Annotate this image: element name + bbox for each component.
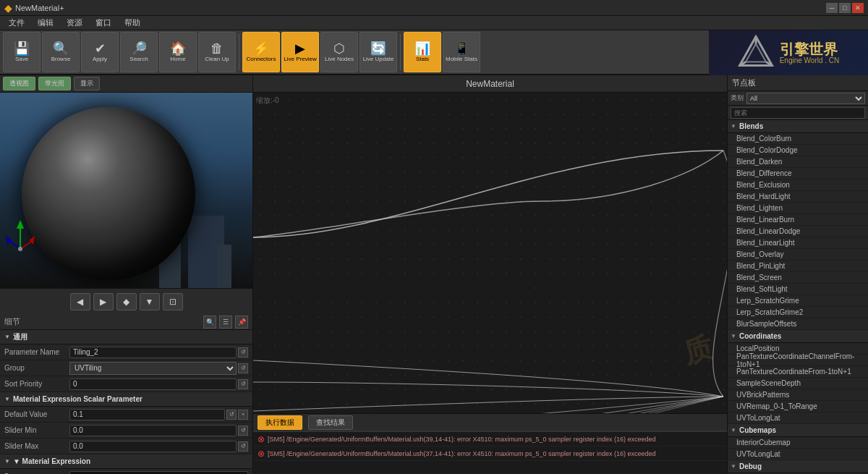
liveupdate-label: Live Update [363,56,394,63]
category-debug[interactable]: ▼ Debug [728,460,868,473]
category-blends[interactable]: ▼ Blends [728,120,868,133]
menu-edit[interactable]: 编辑 [32,16,59,30]
node-uvtolonglat[interactable]: UVToLongLat [728,412,868,424]
node-interiorcubemap[interactable]: InteriorCubemap [728,437,868,449]
close-button[interactable]: ✕ [852,3,864,13]
node-blend-colorburn[interactable]: Blend_ColorBurn [728,133,868,145]
node-blursampleoffsets[interactable]: BlurSampleOffsets [728,318,868,330]
svg-marker-6 [17,220,24,229]
node-pantexture-n1[interactable]: PanTextureCoordinateFrom-1toN+1 [728,366,868,378]
prev-ctrl-1[interactable]: ◀ [70,293,90,310]
minimize-button[interactable]: ─ [826,3,838,13]
prev-ctrl-5[interactable]: ⊡ [163,293,183,310]
prev-ctrl-2[interactable]: ▶ [93,293,114,310]
general-section-header[interactable]: ▼ 通用 [0,330,252,344]
search-label: Search [129,56,148,63]
node-blend-softlight[interactable]: Blend_SoftLight [728,284,868,295]
menu-file[interactable]: 文件 [3,16,30,30]
prev-ctrl-3[interactable]: ◆ [116,293,137,310]
livepreview-label: Live Preview [284,56,316,63]
node-lerp-scratchgrime[interactable]: Lerp_ScratchGrime [728,295,868,307]
lit-button[interactable]: 带光照 [38,77,71,90]
node-editor-bottom: 执行数据 查找结果 [253,413,727,431]
menu-assets[interactable]: 资源 [61,16,88,30]
category-cubemaps[interactable]: ▼ Cubemaps [728,424,868,437]
properties-pin-btn[interactable]: 📌 [235,316,248,329]
default-value-input[interactable] [69,409,225,420]
search-button[interactable]: 🔎 Search [120,32,158,72]
livepreview-button[interactable]: ▶ Live Preview [281,32,319,72]
group-select[interactable]: UVTiling [69,362,237,375]
coordinates-arrow: ▼ [731,333,736,339]
parameter-name-input[interactable] [69,347,237,358]
cleanup-button[interactable]: 🗑 Clean Up [198,32,236,72]
node-lerp-scratchgrime2[interactable]: Lerp_ScratchGrime2 [728,307,868,318]
node-blend-colordodge[interactable]: Blend_ColorDodge [728,145,868,156]
perspective-button[interactable]: 透视图 [3,77,35,90]
node-blend-screen[interactable]: Blend_Screen [728,272,868,284]
slider-max-reset[interactable]: ↺ [238,441,248,452]
slider-max-input[interactable] [69,441,237,452]
desc-input[interactable] [69,471,248,475]
node-blend-lighten[interactable]: Blend_Lighten [728,203,868,214]
properties-options-btn[interactable]: ☰ [219,316,232,329]
node-samplescenedepth[interactable]: SampleSceneDepth [728,378,868,389]
prev-ctrl-4[interactable]: ▼ [140,293,160,310]
cleanup-icon: 🗑 [210,42,224,55]
properties-search-btn[interactable]: 🔍 [203,316,216,329]
slider-min-input[interactable] [69,425,237,436]
node-editor-canvas[interactable]: 缩放:-0 质 [253,93,727,413]
parameter-name-reset[interactable]: ↺ [238,347,248,357]
sphere-preview [0,93,252,288]
node-pantexture-from-n1[interactable]: PanTextureCoordinateChannelFrom-1toN+1 [728,355,868,366]
node-blend-linearlight[interactable]: Blend_LinearLight [728,237,868,249]
connectors-label: Connectors [247,56,276,63]
debug-label: Debug [739,462,762,470]
browse-button[interactable]: 🔍 Browse [42,32,80,72]
livenodes-button[interactable]: ⬡ Live Nodes [320,32,358,72]
default-value-extra[interactable]: + [238,410,248,420]
execute-data-button[interactable]: 执行数据 [258,415,302,430]
node-blend-darken[interactable]: Blend_Darken [728,156,868,168]
category-select[interactable]: All [746,93,865,104]
search-input[interactable] [731,107,865,119]
stats-button[interactable]: 📊 Stats [404,32,441,72]
maximize-button[interactable]: □ [839,3,851,13]
material-expr-section-header[interactable]: ▼ ▼ Material Expression [0,454,252,469]
node-blend-pinlight[interactable]: Blend_PinLight [728,261,868,272]
node-blend-overlay[interactable]: Blend_Overlay [728,249,868,261]
node-blend-exclusion[interactable]: Blend_Exclusion [728,179,868,191]
error-icon-2: ⊗ [258,449,265,459]
properties-header: 细节 🔍 ☰ 📌 [0,314,252,330]
material-expression-section-header[interactable]: ▼ Material Expression Scalar Parameter [0,392,252,407]
show-button[interactable]: 显示 [74,77,100,90]
node-uvbrickpatterns[interactable]: UVBrickPatterns [728,389,868,401]
node-uvtolonglat2[interactable]: UVToLongLat [728,449,868,460]
node-blend-lineardodge[interactable]: Blend_LinearDodge [728,226,868,237]
connectors-button[interactable]: ⚡ Connectors [242,32,280,72]
livenodes-icon: ⬡ [333,42,345,55]
node-uvremap[interactable]: UVRemap_0-1_ToRange [728,401,868,412]
group-label: Group [4,364,69,372]
node-blend-hardlight[interactable]: Blend_HardLight [728,191,868,203]
find-results-button[interactable]: 查找结果 [308,415,353,430]
apply-button[interactable]: ✔ Apply [81,32,119,72]
group-reset[interactable]: ↺ [238,363,248,373]
default-value-reset[interactable]: ↺ [226,410,237,420]
menu-window[interactable]: 窗口 [90,16,117,30]
debug-arrow: ▼ [731,463,736,470]
home-button[interactable]: 🏠 Home [159,32,197,72]
slider-min-reset[interactable]: ↺ [238,426,248,436]
node-blend-difference[interactable]: Blend_Difference [728,168,868,179]
sort-priority-reset[interactable]: ↺ [238,379,248,389]
mobilestats-button[interactable]: 📱 Mobile Stats [443,32,480,72]
category-coordinates[interactable]: ▼ Coordinates [728,330,868,343]
save-button[interactable]: 💾 Save [3,32,41,72]
save-icon: 💾 [14,42,30,55]
liveupdate-button[interactable]: 🔄 Live Update [359,32,397,72]
save-label: Save [15,56,28,63]
sort-priority-input[interactable] [69,378,237,390]
node-blend-linearburn[interactable]: Blend_LinearBurn [728,214,868,226]
menu-help[interactable]: 帮助 [119,16,146,30]
node-editor-title: NewMaterial [466,79,514,89]
